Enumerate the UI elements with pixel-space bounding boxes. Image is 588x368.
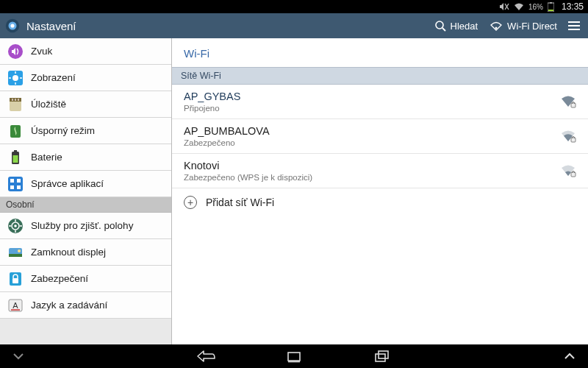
security-icon xyxy=(7,271,24,287)
apps-icon xyxy=(7,176,24,192)
wifi-ssid: AP_GYBAS xyxy=(184,91,551,102)
wifi-signal-icon xyxy=(560,95,576,108)
location-icon xyxy=(7,218,24,234)
action-bar: Nastavení Hledat Wi-Fi Direct xyxy=(0,13,588,38)
search-icon xyxy=(434,20,446,32)
svg-line-9 xyxy=(442,28,445,31)
sidebar-item-label: Baterie xyxy=(31,152,62,163)
svg-rect-43 xyxy=(9,254,22,257)
svg-text:A: A xyxy=(12,301,18,310)
svg-rect-34 xyxy=(17,185,21,189)
sidebar-item-language[interactable]: A Jazyk a zadávání xyxy=(0,292,171,319)
svg-rect-52 xyxy=(571,172,576,177)
svg-point-16 xyxy=(12,75,18,81)
svg-rect-3 xyxy=(550,2,552,4)
sidebar-item-label: Správce aplikací xyxy=(31,178,104,189)
wifi-direct-label: Wi-Fi Direct xyxy=(507,21,557,32)
sidebar-item-label: Zobrazení xyxy=(31,72,76,83)
battery-icon xyxy=(7,149,24,166)
sidebar-item-power[interactable]: Úsporný režim xyxy=(0,118,171,144)
svg-rect-32 xyxy=(17,179,21,183)
svg-rect-24 xyxy=(15,99,16,101)
sidebar-item-sound[interactable]: Zvuk xyxy=(0,38,171,65)
sidebar-section-personal: Osobní xyxy=(0,197,171,213)
menu-button[interactable] xyxy=(567,21,581,31)
main-panel: Wi-Fi Sítě Wi-Fi AP_GYBAS Připojeno AP_B… xyxy=(172,38,588,344)
wifi-network-row[interactable]: AP_BUMBALOVA Zabezpečeno xyxy=(172,119,588,154)
sidebar-item-label: Služby pro zjišť. polohy xyxy=(31,220,133,231)
svg-rect-28 xyxy=(14,150,17,152)
sidebar-item-security[interactable]: Zabezpečení xyxy=(0,266,171,292)
svg-point-8 xyxy=(436,21,443,29)
menu-icon xyxy=(567,21,581,31)
battery-percent: 16% xyxy=(528,3,543,11)
sidebar-item-display[interactable]: Zobrazení xyxy=(0,65,171,91)
sidebar-item-battery[interactable]: Baterie xyxy=(0,144,171,171)
wifi-status: Zabezpečeno (WPS je k dispozici) xyxy=(184,173,551,182)
nav-hide-button[interactable] xyxy=(7,348,29,364)
wifi-direct-icon xyxy=(490,21,503,31)
svg-rect-33 xyxy=(10,185,14,189)
wifi-network-row[interactable]: Knotovi Zabezpečeno (WPS je k dispozici) xyxy=(172,154,588,188)
main-title: Wi-Fi xyxy=(172,38,588,67)
svg-rect-25 xyxy=(18,99,19,101)
settings-icon xyxy=(4,18,21,34)
nav-home-button[interactable] xyxy=(283,348,305,364)
sidebar-item-label: Úsporný režim xyxy=(31,125,95,136)
nav-back-button[interactable] xyxy=(195,348,217,364)
sidebar-item-location[interactable]: Služby pro zjišť. polohy xyxy=(0,213,171,239)
svg-point-7 xyxy=(10,24,14,27)
plus-icon: + xyxy=(184,196,197,209)
wifi-section-header: Sítě Wi-Fi xyxy=(172,67,588,85)
svg-rect-55 xyxy=(376,354,385,361)
svg-rect-50 xyxy=(571,103,576,107)
svg-point-10 xyxy=(495,27,498,29)
svg-point-44 xyxy=(18,250,21,252)
nav-expand-button[interactable] xyxy=(559,348,581,364)
sidebar: Zvuk Zobrazení Úložiště Úsporný režim Ba… xyxy=(0,38,172,344)
sidebar-item-label: Úložiště xyxy=(31,99,66,110)
sidebar-item-label: Zvuk xyxy=(31,46,52,57)
page-title: Nastavení xyxy=(26,20,76,32)
sidebar-item-label: Zamknout displej xyxy=(31,247,106,258)
wifi-status-icon xyxy=(514,2,524,11)
svg-rect-4 xyxy=(548,10,553,11)
svg-rect-23 xyxy=(12,99,13,101)
sidebar-item-label: Zabezpečení xyxy=(31,273,88,284)
add-wifi-label: Přidat síť Wi-Fi xyxy=(206,197,274,208)
nav-recent-button[interactable] xyxy=(371,348,393,364)
wifi-signal-icon xyxy=(560,130,576,143)
lock-screen-icon xyxy=(7,244,24,261)
wifi-direct-button[interactable]: Wi-Fi Direct xyxy=(490,21,557,32)
display-icon xyxy=(7,70,24,86)
svg-point-37 xyxy=(14,224,17,227)
wifi-network-row[interactable]: AP_GYBAS Připojeno xyxy=(172,85,588,119)
sidebar-item-label: Jazyk a zadávání xyxy=(31,300,107,311)
search-label: Hledat xyxy=(451,21,478,32)
sound-icon xyxy=(7,43,24,60)
language-icon: A xyxy=(7,297,24,314)
sidebar-item-storage[interactable]: Úložiště xyxy=(0,91,171,118)
svg-rect-53 xyxy=(288,353,300,361)
status-bar: 16% 13:35 xyxy=(0,0,588,13)
nav-bar xyxy=(0,344,588,368)
svg-rect-31 xyxy=(10,179,14,183)
svg-rect-46 xyxy=(12,278,18,283)
wifi-status: Připojeno xyxy=(184,104,551,113)
svg-rect-51 xyxy=(571,138,576,142)
search-button[interactable]: Hledat xyxy=(434,20,478,32)
sidebar-item-apps[interactable]: Správce aplikací xyxy=(0,171,171,197)
svg-rect-29 xyxy=(13,155,18,163)
wifi-ssid: AP_BUMBALOVA xyxy=(184,125,551,137)
sidebar-item-lock[interactable]: Zamknout displej xyxy=(0,239,171,266)
battery-icon xyxy=(548,2,554,12)
svg-rect-56 xyxy=(379,351,388,358)
add-wifi-button[interactable]: + Přidat síť Wi-Fi xyxy=(172,188,588,216)
wifi-ssid: Knotovi xyxy=(184,160,551,171)
clock: 13:35 xyxy=(562,1,584,12)
mute-icon xyxy=(499,2,509,11)
power-saving-icon xyxy=(7,123,24,139)
wifi-status: Zabezpečeno xyxy=(184,138,551,147)
wifi-signal-icon xyxy=(560,164,576,177)
storage-icon xyxy=(7,96,24,113)
